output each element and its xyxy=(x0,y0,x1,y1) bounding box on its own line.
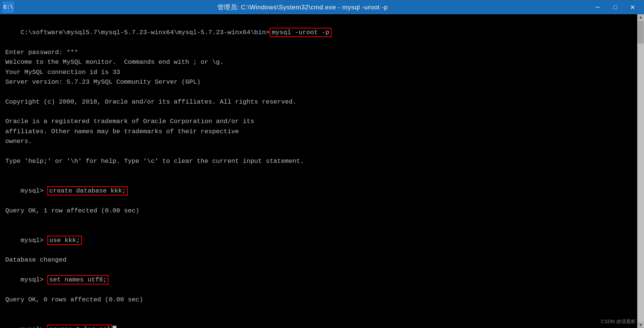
minimize-button[interactable]: ─ xyxy=(589,0,606,14)
scroll-down-arrow[interactable]: ▼ xyxy=(638,322,644,328)
create-db-line: mysql> create database kkk; xyxy=(5,176,632,206)
titlebar: C:\ 管理员: C:\Windows\System32\cmd.exe - m… xyxy=(0,0,644,14)
scroll-up-arrow[interactable]: ▲ xyxy=(638,14,644,20)
database-changed-line: Database changed xyxy=(5,255,632,265)
mysql-prompt-1: mysql> xyxy=(21,187,47,194)
create-db-result: Query OK, 1 row affected (0.00 sec) xyxy=(5,206,632,216)
welcome-line: Welcome to the MySQL monitor. Commands e… xyxy=(5,57,632,67)
watermark: CSDN @清晨析 xyxy=(601,318,636,325)
mysql-prompt-3: mysql> xyxy=(21,276,47,283)
empty-line-5 xyxy=(5,216,632,226)
scrollbar-thumb[interactable] xyxy=(638,21,644,44)
set-names-line: mysql> set names utf8; xyxy=(5,265,632,295)
empty-line-6 xyxy=(5,305,632,314)
empty-line-3 xyxy=(5,146,632,156)
oracle-trademark-line3: owners. xyxy=(5,137,632,146)
set-names-command: set names utf8; xyxy=(47,275,109,284)
terminal-content: C:\software\mysql5.7\mysql-5.7.23-winx64… xyxy=(0,14,637,328)
copyright-line: Copyright (c) 2000, 2018, Oracle and/or … xyxy=(5,97,632,107)
source-line: mysql> source t_log_sql xyxy=(5,314,632,328)
use-kkk-line: mysql> use kkk; xyxy=(5,226,632,255)
use-kkk-command: use kkk; xyxy=(47,236,82,245)
connection-id-line: Your MySQL connection id is 33 xyxy=(5,68,632,77)
mysql-command-highlight: mysql -uroot -p xyxy=(270,28,332,37)
path-line: C:\software\mysql5.7\mysql-5.7.23-winx64… xyxy=(5,18,632,48)
empty-line-4 xyxy=(5,166,632,176)
path-text: C:\software\mysql5.7\mysql-5.7.23-winx64… xyxy=(21,29,270,36)
create-db-command: create database kkk; xyxy=(47,186,128,196)
titlebar-title: 管理员: C:\Windows\System32\cmd.exe - mysql… xyxy=(16,3,589,12)
close-button[interactable]: ✕ xyxy=(624,0,641,14)
help-line: Type 'help;' or '\h' for help. Type '\c'… xyxy=(5,156,632,166)
oracle-trademark-line2: affiliates. Other names may be trademark… xyxy=(5,127,632,137)
scrollbar[interactable]: ▲ ▼ xyxy=(637,14,644,328)
password-line: Enter password: *** xyxy=(5,48,632,57)
source-command: source t_log_sql xyxy=(47,325,112,328)
empty-line-2 xyxy=(5,107,632,117)
maximize-button[interactable]: □ xyxy=(606,0,624,14)
set-names-result: Query OK, 0 rows affected (0.00 sec) xyxy=(5,295,632,305)
mysql-prompt-4: mysql> xyxy=(21,326,47,328)
server-version-line: Server version: 5.7.23 MySQL Community S… xyxy=(5,77,632,87)
empty-line-1 xyxy=(5,87,632,97)
mysql-prompt-2: mysql> xyxy=(21,237,47,244)
window-controls: ─ □ ✕ xyxy=(589,0,641,14)
cursor xyxy=(113,326,116,328)
oracle-trademark-line1: Oracle is a registered trademark of Orac… xyxy=(5,117,632,126)
cmd-icon: C:\ xyxy=(3,2,14,12)
